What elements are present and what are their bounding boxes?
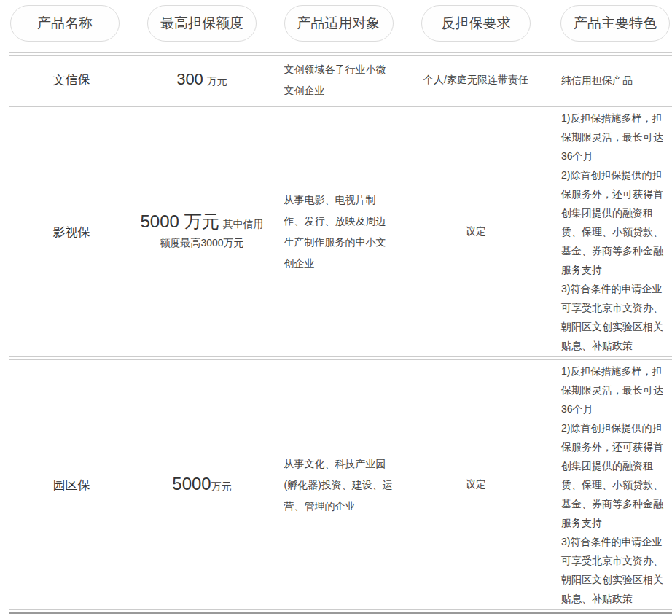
header-label: 产品名称	[37, 14, 93, 33]
cell-max-amount: 5000 万元其中信用额度最高3000万元	[133, 109, 270, 355]
features-text: 纯信用担保产品	[561, 71, 672, 90]
header-pill-product-name[interactable]: 产品名称	[10, 5, 120, 42]
cell-applicable-target: 从事文化、科技产业园(孵化器)投资、建设、运营、管理的企业	[270, 362, 407, 608]
header-pill-applicable-target[interactable]: 产品适用对象	[284, 5, 394, 42]
amount-block: 5000万元	[172, 475, 231, 496]
cell-counter-guarantee: 个人/家庭无限连带责任	[407, 58, 545, 102]
header-label: 产品适用对象	[297, 14, 380, 33]
cell-product-name: 影视保	[9, 109, 133, 355]
table-row: 影视保 5000 万元其中信用额度最高3000万元 从事电影、电视片制作、发行、…	[9, 107, 672, 356]
header-label: 产品主要特色	[574, 14, 657, 33]
cell-main-features: 1)反担保措施多样，担保期限灵活，最长可达36个月 2)除首创担保提供的担保服务…	[545, 109, 672, 355]
cell-counter-guarantee: 议定	[407, 362, 545, 608]
table-header-row: 产品名称 最高担保额度 产品适用对象 反担保要求 产品主要特色	[9, 0, 672, 52]
amount-value: 300	[176, 70, 203, 88]
product-name-text: 文信保	[53, 71, 90, 88]
amount-unit: 万元	[207, 75, 227, 87]
product-name-text: 影视保	[53, 224, 90, 241]
table-row: 园区保 5000万元 从事文化、科技产业园(孵化器)投资、建设、运营、管理的企业…	[9, 360, 672, 609]
cell-max-amount: 300万元	[133, 58, 270, 102]
table-bottom-rule	[9, 609, 672, 614]
header-pill-max-guarantee-amount[interactable]: 最高担保额度	[147, 5, 257, 42]
target-text: 从事电影、电视片制作、发行、放映及周边生产制作服务的中小文创企业	[284, 190, 394, 274]
header-label: 反担保要求	[442, 14, 511, 33]
cell-max-amount: 5000万元	[133, 362, 270, 608]
amount-block: 5000 万元其中信用额度最高3000万元	[140, 212, 264, 252]
target-text: 从事文化、科技产业园(孵化器)投资、建设、运营、管理的企业	[284, 453, 394, 517]
amount-value: 5000	[172, 474, 211, 494]
header-pill-main-features[interactable]: 产品主要特色	[560, 5, 670, 42]
features-text: 1)反担保措施多样，担保期限灵活，最长可达36个月 2)除首创担保提供的担保服务…	[561, 362, 672, 608]
amount-value: 5000 万元	[140, 211, 219, 231]
table-row: 文信保 300万元 文创领域各子行业小微文创企业 个人/家庭无限连带责任 纯信用…	[9, 56, 672, 104]
features-text: 1)反担保措施多样，担保期限灵活，最长可达36个月 2)除首创担保提供的担保服务…	[561, 109, 672, 355]
cell-main-features: 纯信用担保产品	[545, 58, 672, 102]
cell-product-name: 文信保	[9, 58, 133, 102]
cell-applicable-target: 从事电影、电视片制作、发行、放映及周边生产制作服务的中小文创企业	[270, 109, 407, 355]
amount-unit: 万元	[211, 480, 232, 492]
amount-block: 300万元	[176, 70, 227, 90]
counter-guarantee-text: 议定	[466, 478, 486, 491]
counter-guarantee-text: 议定	[466, 225, 486, 238]
header-pill-counter-guarantee[interactable]: 反担保要求	[421, 5, 531, 42]
target-text: 文创领域各子行业小微文创企业	[284, 59, 394, 101]
header-label: 最高担保额度	[160, 14, 243, 33]
product-name-text: 园区保	[53, 477, 90, 494]
cell-counter-guarantee: 议定	[407, 109, 545, 355]
cell-main-features: 1)反担保措施多样，担保期限灵活，最长可达36个月 2)除首创担保提供的担保服务…	[545, 362, 672, 608]
product-table: 产品名称 最高担保额度 产品适用对象 反担保要求 产品主要特色 文信保 300万…	[0, 0, 672, 614]
counter-guarantee-text: 个人/家庭无限连带责任	[423, 74, 528, 87]
cell-product-name: 园区保	[9, 362, 133, 608]
cell-applicable-target: 文创领域各子行业小微文创企业	[270, 58, 407, 102]
